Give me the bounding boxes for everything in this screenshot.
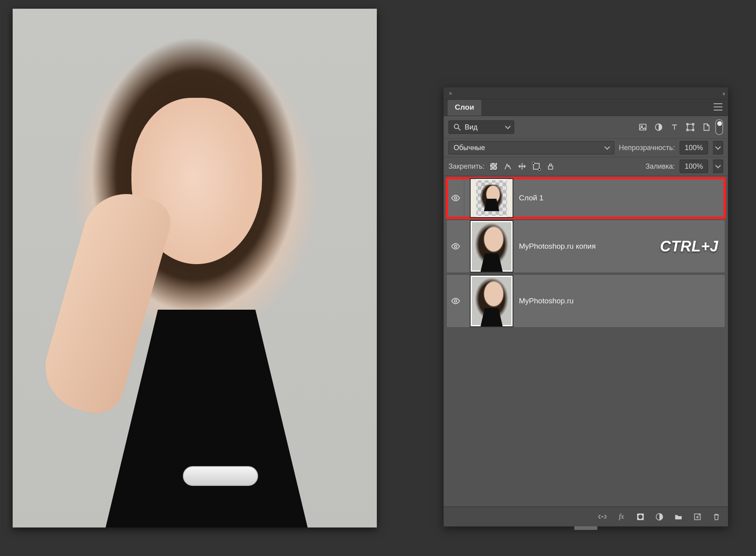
add-mask-icon[interactable] xyxy=(636,512,645,521)
canvas-image xyxy=(13,9,377,527)
layer-list: Слой 1MyPhotoshop.ru копияCTRL+JMyPhotos… xyxy=(444,176,728,506)
blend-opacity-row: Обычные Непрозрачность: 100% xyxy=(444,139,728,157)
panel-resize-grip[interactable] xyxy=(574,526,598,530)
opacity-value[interactable]: 100% xyxy=(680,141,708,154)
svg-rect-2 xyxy=(640,124,646,130)
blend-mode-dropdown[interactable]: Обычные xyxy=(448,141,614,154)
layers-panel-footer: fx xyxy=(444,506,728,526)
collapse-panel-icon[interactable]: ‹‹ xyxy=(723,90,724,97)
opacity-label: Непрозрачность: xyxy=(619,144,675,152)
fill-label: Заливка: xyxy=(646,162,675,171)
lock-fill-row: Закрепить: Заливка: 100% xyxy=(444,157,728,176)
trash-icon[interactable] xyxy=(712,512,721,521)
svg-line-1 xyxy=(458,128,461,131)
svg-rect-13 xyxy=(549,166,553,169)
layer-row[interactable]: MyPhotoshop.ru копияCTRL+J xyxy=(447,220,725,272)
svg-rect-12 xyxy=(539,169,541,171)
group-icon[interactable] xyxy=(674,512,683,521)
layer-fx-icon[interactable]: fx xyxy=(617,512,626,521)
type-filter-icon[interactable] xyxy=(670,123,679,131)
fill-adjustment-icon[interactable] xyxy=(655,512,664,521)
svg-point-14 xyxy=(454,197,457,199)
lock-transparency-icon[interactable] xyxy=(489,162,498,171)
layer-kind-label: Вид xyxy=(465,123,478,131)
blend-mode-value: Обычные xyxy=(454,144,485,152)
layer-thumbnail[interactable] xyxy=(470,220,513,272)
fill-stepper[interactable] xyxy=(713,160,723,173)
lock-artboard-icon[interactable] xyxy=(532,162,541,171)
layer-filter-row: Вид xyxy=(444,116,728,139)
document-canvas[interactable] xyxy=(13,9,377,527)
shortcut-hint: CTRL+J xyxy=(660,238,721,255)
panel-titlebar[interactable]: × ‹‹ xyxy=(444,88,728,99)
fill-value[interactable]: 100% xyxy=(680,160,708,173)
layer-name[interactable]: MyPhotoshop.ru копия xyxy=(519,242,654,251)
svg-point-15 xyxy=(454,245,457,248)
layer-name[interactable]: Слой 1 xyxy=(519,194,721,202)
layer-visibility-toggle[interactable] xyxy=(447,242,464,251)
tab-layers[interactable]: Слои xyxy=(448,100,481,116)
layers-panel: × ‹‹ Слои Вид xyxy=(443,87,728,527)
lock-position-icon[interactable] xyxy=(518,162,526,171)
adjustment-filter-icon[interactable] xyxy=(654,123,663,131)
smart-object-filter-icon[interactable] xyxy=(702,123,710,131)
shape-filter-icon[interactable] xyxy=(686,123,695,131)
lock-icons xyxy=(489,162,555,171)
chevron-down-icon xyxy=(604,144,610,150)
panel-menu-icon[interactable] xyxy=(714,103,722,110)
svg-rect-11 xyxy=(532,162,534,164)
filter-toggle[interactable] xyxy=(715,119,723,135)
link-icon[interactable] xyxy=(598,512,607,521)
lock-image-icon[interactable] xyxy=(503,162,512,171)
svg-point-16 xyxy=(454,300,457,302)
svg-point-18 xyxy=(638,514,643,519)
lock-label: Закрепить: xyxy=(448,162,484,171)
layer-filter-icons xyxy=(638,123,710,131)
layer-thumbnail[interactable] xyxy=(470,178,513,218)
svg-point-0 xyxy=(454,124,459,129)
layer-row[interactable]: Слой 1 xyxy=(447,178,725,218)
tab-layers-label: Слои xyxy=(455,103,474,111)
layer-thumbnail[interactable] xyxy=(470,275,513,327)
chevron-down-icon xyxy=(505,124,511,129)
panel-tabstrip: Слои xyxy=(444,99,728,116)
lock-all-icon[interactable] xyxy=(546,162,555,171)
close-panel-icon[interactable]: × xyxy=(448,90,453,97)
image-filter-icon[interactable] xyxy=(638,123,647,131)
layer-kind-dropdown[interactable]: Вид xyxy=(448,120,514,134)
layer-visibility-toggle[interactable] xyxy=(447,296,464,306)
layer-visibility-toggle[interactable] xyxy=(447,178,464,218)
layer-row[interactable]: MyPhotoshop.ru xyxy=(447,275,725,327)
layer-name[interactable]: MyPhotoshop.ru xyxy=(519,297,721,305)
opacity-stepper[interactable] xyxy=(713,141,723,154)
search-icon xyxy=(453,123,462,131)
new-layer-icon[interactable] xyxy=(693,512,702,521)
